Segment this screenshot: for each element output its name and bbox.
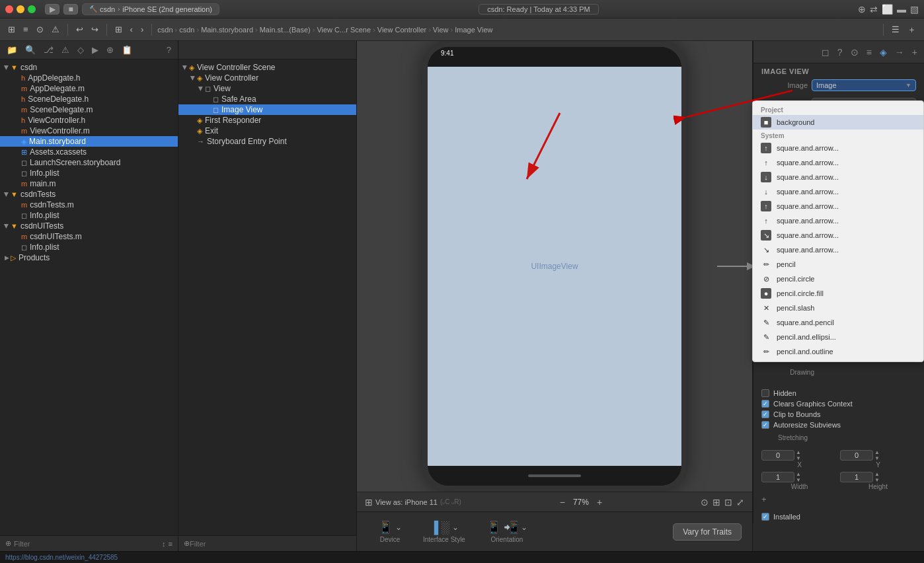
undo-btn[interactable]: ↩ <box>73 23 86 36</box>
dropdown-item-sq2[interactable]: ↑ square.and.arrow... <box>753 155 923 170</box>
orientation-chevron-icon[interactable]: ⌄ <box>521 523 527 532</box>
zoom-fit-btn[interactable]: ⊙ <box>34 23 46 36</box>
bc-csdn1[interactable]: csdn <box>157 26 173 34</box>
fullscreen-button[interactable] <box>28 5 36 13</box>
tree-item-main-storyboard[interactable]: ◈ Main.storyboard <box>0 136 178 147</box>
light-mode-icon[interactable]: ░ <box>441 521 449 535</box>
run-button[interactable]: ▶ <box>45 4 59 15</box>
dropdown-item-pencil-slash[interactable]: ✕ pencil.slash <box>753 301 923 315</box>
dropdown-item-sq8[interactable]: ↘ square.and.arrow... <box>753 243 923 257</box>
tree-item-info-plist2[interactable]: ◻ Info.plist <box>0 210 178 221</box>
hidden-checkbox[interactable] <box>761 389 769 397</box>
add-tab-icon[interactable]: ⊕ <box>858 4 866 15</box>
zoom-in-btn[interactable]: + <box>597 497 602 507</box>
menu-btn[interactable]: ☰ <box>889 23 902 36</box>
dropdown-item-sq5[interactable]: ↑ square.and.arrow... <box>753 199 923 213</box>
tree-item-appdelegate-h[interactable]: h AppDelegate.h <box>0 73 178 83</box>
w-stepper-up[interactable]: ▲ <box>796 471 801 477</box>
zoom-out-btn[interactable]: − <box>560 497 565 507</box>
tree-item-main-m[interactable]: m main.m <box>0 178 178 189</box>
scene-item-safe-area[interactable]: ◻ Safe Area <box>178 94 356 104</box>
identity-inspector-icon[interactable]: ⊙ <box>848 46 861 59</box>
dropdown-item-sq7[interactable]: ↘ square.and.arrow... <box>753 228 923 243</box>
width-input[interactable] <box>761 472 794 482</box>
nav-back-btn[interactable]: ⊞ <box>5 23 18 36</box>
dropdown-item-background[interactable]: ■ background <box>753 115 923 130</box>
dropdown-item-square-pencil[interactable]: ✎ square.and.pencil <box>753 315 923 330</box>
tree-item-scenedelegate-h[interactable]: h SceneDelegate.h <box>0 94 178 104</box>
bc-csdn2[interactable]: csdn <box>179 26 194 34</box>
grid-btn[interactable]: ⊞ <box>112 23 125 36</box>
h-stepper-up[interactable]: ▲ <box>874 471 880 477</box>
chevron-right-btn[interactable]: › <box>138 23 146 36</box>
dropdown-item-sq4[interactable]: ↓ square.and.arrow... <box>753 184 923 199</box>
tree-item-csdn[interactable]: ▶ ▼ csdn <box>0 62 178 73</box>
exchange-icon[interactable]: ⇄ <box>870 4 878 15</box>
tests-icon[interactable]: ◇ <box>75 44 87 56</box>
x-stepper-up[interactable]: ▲ <box>796 449 801 455</box>
scene-item-image-view[interactable]: ◻ Image View <box>178 104 356 115</box>
w-stepper-down[interactable]: ▼ <box>796 477 801 483</box>
portrait-icon[interactable]: 📱 <box>486 520 501 535</box>
expand-icon[interactable]: ⤢ <box>736 497 744 507</box>
clears-graphics-checkbox[interactable]: ✓ <box>761 400 769 408</box>
folder-icon[interactable]: 📁 <box>4 44 20 56</box>
y-input[interactable] <box>840 450 873 461</box>
quick-help-icon[interactable]: ? <box>835 46 845 59</box>
scene-item-first-responder[interactable]: ◈ First Responder <box>178 115 356 126</box>
x-stepper-down[interactable]: ▼ <box>796 455 801 461</box>
landscape-icon[interactable]: 📲 <box>504 520 518 535</box>
scene-item-vc[interactable]: ▶ ◈ View Controller <box>178 73 356 83</box>
attributes-inspector-icon[interactable]: ≡ <box>864 46 874 59</box>
y-stepper-up[interactable]: ▲ <box>874 449 880 455</box>
height-input[interactable] <box>840 472 873 482</box>
scene-filter-input[interactable] <box>190 540 351 548</box>
autoresize-checkbox[interactable]: ✓ <box>761 421 769 429</box>
scene-item-view[interactable]: ▶ ◻ View <box>178 83 356 94</box>
dropdown-item-pencil-circle-fill[interactable]: ● pencil.circle.fill <box>753 286 923 301</box>
tree-item-assets[interactable]: ⊞ Assets.xcassets <box>0 147 178 157</box>
tree-item-viewcontroller-m[interactable]: m ViewController.m <box>0 126 178 136</box>
y-stepper-down[interactable]: ▼ <box>874 455 880 461</box>
tree-item-csdntests[interactable]: ▶ ▼ csdnTests <box>0 189 178 200</box>
tree-item-viewcontroller-h[interactable]: h ViewController.h <box>0 115 178 126</box>
x-stepper[interactable]: ▲ ▼ <box>796 449 801 461</box>
tree-item-info-plist3[interactable]: ◻ Info.plist <box>0 242 178 252</box>
question-icon[interactable]: ? <box>164 44 174 56</box>
bc-view[interactable]: View <box>433 26 449 34</box>
scene-item-exit[interactable]: ◈ Exit <box>178 126 356 136</box>
library-icon[interactable]: + <box>909 46 920 59</box>
bc-base[interactable]: Main.st...(Base) <box>260 26 311 34</box>
search-icon[interactable]: 🔍 <box>22 44 38 56</box>
tree-item-info-plist[interactable]: ◻ Info.plist <box>0 168 178 178</box>
device-chevron-icon[interactable]: ⌄ <box>395 523 402 532</box>
chevron-left-btn[interactable]: ‹ <box>128 23 135 36</box>
scheme-selector[interactable]: 🔨 csdn › iPhone SE (2nd generation) <box>82 3 219 15</box>
dropdown-item-pencil[interactable]: ✏ pencil <box>753 257 923 272</box>
dropdown-item-sq3[interactable]: ↓ square.and.arrow... <box>753 170 923 184</box>
source-control-icon[interactable]: ⎇ <box>41 44 56 56</box>
h-stepper-down[interactable]: ▼ <box>874 477 880 483</box>
tree-item-appdelegate-m[interactable]: m AppDelegate.m <box>0 83 178 94</box>
w-stepper[interactable]: ▲ ▼ <box>796 471 801 483</box>
file-filter-input[interactable] <box>14 540 159 548</box>
file-inspector-icon[interactable]: ◻ <box>819 46 832 59</box>
canvas-content[interactable]: 9:41 UIImageView <box>357 41 752 492</box>
reports-icon[interactable]: 📋 <box>119 44 135 56</box>
clip-bounds-checkbox[interactable]: ✓ <box>761 410 769 418</box>
tree-item-csdnuitests-m[interactable]: m csdnUITests.m <box>0 231 178 242</box>
dropdown-item-pencil-ellipsis[interactable]: ✎ pencil.and.ellipsi... <box>753 330 923 344</box>
tree-item-launchscreen[interactable]: ◻ LaunchScreen.storyboard <box>0 157 178 168</box>
bc-main-storyboard[interactable]: Main.storyboard <box>201 26 253 34</box>
stop-button[interactable]: ■ <box>63 4 78 15</box>
add-library-btn[interactable]: ＋ <box>905 22 919 37</box>
installed-checkbox[interactable]: ✓ <box>761 513 769 521</box>
debug-btn[interactable]: ⚠ <box>49 23 62 36</box>
issues-icon[interactable]: ⚠ <box>59 44 72 56</box>
bc-vc[interactable]: View Controller <box>377 26 426 34</box>
y-stepper[interactable]: ▲ ▼ <box>874 449 880 461</box>
device-phone-icon[interactable]: 📱 <box>378 520 393 535</box>
redo-btn[interactable]: ↪ <box>89 23 101 36</box>
tree-item-csdnuitests[interactable]: ▶ ▼ csdnUITests <box>0 221 178 231</box>
dropdown-item-sq6[interactable]: ↑ square.and.arrow... <box>753 213 923 228</box>
